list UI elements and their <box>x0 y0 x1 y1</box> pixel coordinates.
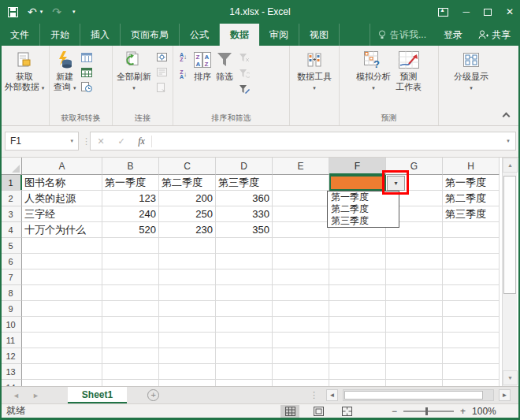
tell-me-box[interactable]: 告诉我... <box>370 24 434 46</box>
cell-F12[interactable] <box>329 348 386 364</box>
cell-B7[interactable] <box>102 269 159 285</box>
horizontal-scrollbar[interactable] <box>343 389 494 401</box>
cell-D9[interactable] <box>216 301 273 317</box>
from-table-icon[interactable] <box>80 66 94 78</box>
cell-H12[interactable] <box>443 348 500 364</box>
validation-option-第三季度[interactable]: 第三季度 <box>328 215 399 227</box>
cell-F10[interactable] <box>329 317 386 333</box>
sign-in-button[interactable]: 登录 <box>434 28 472 42</box>
cell-G13[interactable] <box>386 364 443 380</box>
column-header-A[interactable]: A <box>22 158 102 175</box>
ribbon-tab-公式[interactable]: 公式 <box>180 24 220 46</box>
row-header-7[interactable]: 7 <box>0 269 22 285</box>
vertical-scroll-thumb[interactable] <box>503 176 516 294</box>
cell-B14[interactable] <box>102 380 159 386</box>
row-header-1[interactable]: 1 <box>0 175 22 191</box>
cell-H5[interactable] <box>443 238 500 254</box>
cell-G11[interactable] <box>386 333 443 348</box>
cell-E10[interactable] <box>273 317 329 333</box>
cell-E8[interactable] <box>273 285 329 301</box>
cell-C7[interactable] <box>159 269 216 285</box>
cell-A2[interactable]: 人类的起源 <box>22 191 102 206</box>
cell-C4[interactable]: 230 <box>159 222 216 238</box>
cell-C12[interactable] <box>159 348 216 364</box>
cell-B13[interactable] <box>102 364 159 380</box>
cell-G10[interactable] <box>386 317 443 333</box>
scroll-right-icon[interactable]: ► <box>499 389 511 401</box>
row-header-11[interactable]: 11 <box>0 333 22 348</box>
cell-D4[interactable]: 350 <box>216 222 273 238</box>
select-all-corner[interactable] <box>0 158 22 175</box>
column-header-E[interactable]: E <box>273 158 329 175</box>
column-header-D[interactable]: D <box>216 158 273 175</box>
horizontal-scroll-thumb[interactable] <box>344 391 483 400</box>
column-header-H[interactable]: H <box>443 158 500 175</box>
cell-E9[interactable] <box>273 301 329 317</box>
row-header-8[interactable]: 8 <box>0 285 22 301</box>
cell-A13[interactable] <box>22 364 102 380</box>
insert-function-icon[interactable]: fx <box>132 136 152 147</box>
expand-formula-bar-icon[interactable]: ▾ <box>501 138 515 144</box>
cell-E3[interactable] <box>273 206 329 222</box>
active-cell-f1[interactable] <box>329 175 386 191</box>
cell-E4[interactable] <box>273 222 329 238</box>
cell-D11[interactable] <box>216 333 273 348</box>
cell-H1[interactable]: 第一季度 <box>443 175 500 191</box>
new-sheet-icon[interactable]: + <box>147 389 159 401</box>
column-header-F[interactable]: F <box>329 158 386 175</box>
maximize-button[interactable] <box>484 9 492 16</box>
cell-G8[interactable] <box>386 285 443 301</box>
cell-B4[interactable]: 520 <box>102 222 159 238</box>
cell-G9[interactable] <box>386 301 443 317</box>
get-external-data-button[interactable]: 获取 外部数据 ▾ <box>2 48 47 95</box>
cell-D1[interactable]: 第三季度 <box>216 175 273 191</box>
cell-A10[interactable] <box>22 317 102 333</box>
cell-C5[interactable] <box>159 238 216 254</box>
page-layout-view-button[interactable] <box>309 405 328 418</box>
advanced-filter-icon[interactable] <box>237 83 251 95</box>
share-button[interactable]: 共享 <box>472 28 520 42</box>
cell-H3[interactable]: 第三季度 <box>443 206 500 222</box>
cell-F5[interactable] <box>329 238 386 254</box>
cell-E13[interactable] <box>273 364 329 380</box>
cell-E11[interactable] <box>273 333 329 348</box>
cell-D7[interactable] <box>216 269 273 285</box>
cell-B3[interactable]: 240 <box>102 206 159 222</box>
tab-bar-grip-icon[interactable]: ⋮ <box>310 390 318 400</box>
cell-H7[interactable] <box>443 269 500 285</box>
row-header-3[interactable]: 3 <box>0 206 22 222</box>
scroll-down-icon[interactable]: ▼ <box>503 370 518 385</box>
ribbon-tab-审阅[interactable]: 审阅 <box>259 24 299 46</box>
column-header-C[interactable]: C <box>159 158 216 175</box>
cell-D12[interactable] <box>216 348 273 364</box>
cell-F14[interactable] <box>329 380 386 386</box>
cell-B10[interactable] <box>102 317 159 333</box>
ribbon-tab-页面布局[interactable]: 页面布局 <box>121 24 180 46</box>
vertical-scrollbar[interactable]: ▲ ▼ <box>502 158 517 386</box>
validation-option-第二季度[interactable]: 第二季度 <box>328 203 399 215</box>
cancel-icon[interactable]: ✕ <box>91 136 111 147</box>
cell-A8[interactable] <box>22 285 102 301</box>
cell-G5[interactable] <box>386 238 443 254</box>
show-queries-icon[interactable] <box>80 51 94 63</box>
cell-A11[interactable] <box>22 333 102 348</box>
zoom-slider-thumb[interactable] <box>425 407 428 415</box>
zoom-slider[interactable] <box>403 411 454 412</box>
cell-C6[interactable] <box>159 254 216 269</box>
name-box[interactable]: F1 ▾ <box>5 132 79 151</box>
cell-E5[interactable] <box>273 238 329 254</box>
enter-icon[interactable]: ✓ <box>111 136 132 147</box>
cell-H11[interactable] <box>443 333 500 348</box>
row-header-13[interactable]: 13 <box>0 364 22 380</box>
cell-A14[interactable] <box>22 380 102 386</box>
cell-G6[interactable] <box>386 254 443 269</box>
ribbon-tab-插入[interactable]: 插入 <box>80 24 121 46</box>
filter-button[interactable]: 筛选 <box>214 48 236 84</box>
cell-F8[interactable] <box>329 285 386 301</box>
cell-D10[interactable] <box>216 317 273 333</box>
ribbon-display-options-icon[interactable] <box>438 8 448 17</box>
cell-A12[interactable] <box>22 348 102 364</box>
zoom-in-icon[interactable]: + <box>460 406 466 417</box>
cell-C8[interactable] <box>159 285 216 301</box>
row-header-12[interactable]: 12 <box>0 348 22 364</box>
